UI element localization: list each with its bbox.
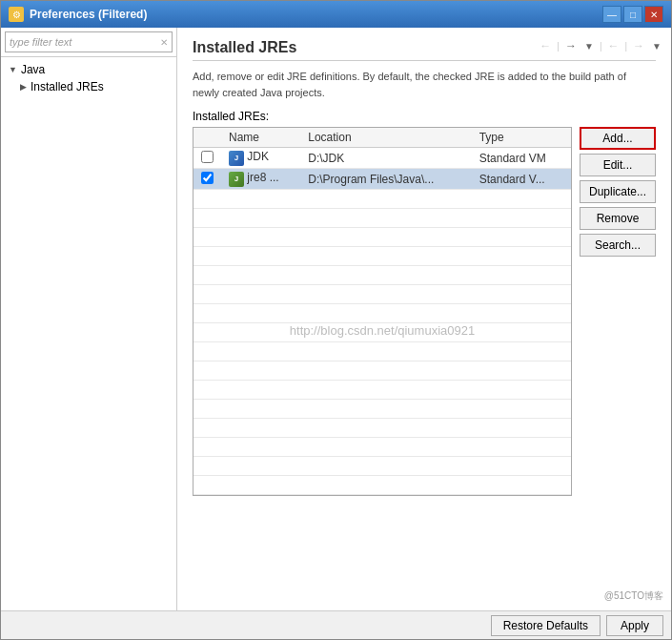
duplicate-button[interactable]: Duplicate...	[580, 180, 656, 203]
minimize-button[interactable]: —	[602, 6, 621, 23]
forward-arrow[interactable]: →	[561, 37, 580, 54]
empty-row	[193, 381, 571, 400]
bottom-bar: Restore Defaults Apply	[1, 610, 671, 639]
nav-area: ← | → ▼ | ← | → ▼	[536, 37, 662, 54]
tree-area: ▼ Java ▶ Installed JREs	[1, 57, 176, 610]
col-location-header: Location	[300, 128, 471, 148]
empty-row	[193, 476, 571, 495]
empty-row	[193, 323, 571, 342]
nav-separator2: |	[624, 41, 627, 52]
bottom-buttons: Restore Defaults Apply	[491, 615, 663, 636]
tree-expand-arrow: ▼	[9, 65, 17, 74]
jre-table: Name Location Type	[193, 128, 571, 495]
nav-separator: |	[557, 41, 560, 52]
jre-table-container: Name Location Type	[193, 127, 572, 496]
table-buttons-area: Name Location Type	[193, 127, 656, 496]
window-title: Preferences (Filtered)	[30, 8, 147, 21]
title-bar: ⚙ Preferences (Filtered) — □ ✕	[1, 1, 671, 28]
sidebar: type filter text ✕ ▼ Java ▶ Installed JR…	[1, 28, 177, 610]
copyright: @51CTO博客	[604, 589, 663, 603]
empty-row	[193, 190, 571, 209]
jdk-icon: J	[229, 151, 244, 166]
sidebar-java-label: Java	[21, 63, 45, 76]
sidebar-installed-jres-label: Installed JREs	[31, 80, 104, 93]
filter-container: type filter text ✕	[1, 28, 176, 57]
tree-child-arrow: ▶	[20, 82, 27, 92]
installed-jres-label: Installed JREs:	[193, 110, 656, 123]
row1-name: J JDK	[221, 148, 300, 169]
row1-location: D:\JDK	[300, 148, 471, 169]
row1-type: Standard VM	[472, 148, 571, 169]
empty-row	[193, 247, 571, 266]
table-body: J JDK D:\JDK Standard VM	[193, 148, 571, 495]
main-panel: ← | → ▼ | ← | → ▼ Installed JREs Add, re…	[177, 28, 671, 610]
row2-location: D:\Program Files\Java\...	[300, 169, 471, 190]
table-header: Name Location Type	[193, 128, 571, 148]
empty-row	[193, 209, 571, 228]
empty-row	[193, 419, 571, 438]
empty-row	[193, 438, 571, 457]
empty-row	[193, 361, 571, 381]
restore-defaults-button[interactable]: Restore Defaults	[491, 615, 601, 636]
title-controls: — □ ✕	[602, 6, 663, 23]
row2-checkbox-cell[interactable]	[193, 169, 221, 190]
back-arrow[interactable]: ←	[536, 37, 555, 54]
filter-clear-icon[interactable]: ✕	[160, 37, 168, 48]
title-bar-left: ⚙ Preferences (Filtered)	[9, 7, 147, 22]
forward-arrow2[interactable]: →	[629, 37, 648, 54]
sidebar-item-java[interactable]: ▼ Java	[1, 61, 176, 78]
close-button[interactable]: ✕	[644, 6, 663, 23]
filter-input-box[interactable]: type filter text ✕	[5, 31, 173, 52]
row1-checkbox[interactable]	[201, 151, 214, 163]
table-row[interactable]: J JDK D:\JDK Standard VM	[193, 148, 571, 169]
sidebar-item-installed-jres[interactable]: ▶ Installed JREs	[1, 78, 176, 95]
add-button[interactable]: Add...	[580, 127, 656, 150]
col-checkbox	[193, 128, 221, 148]
empty-row	[193, 342, 571, 361]
back-arrow2[interactable]: ←	[603, 37, 622, 54]
maximize-button[interactable]: □	[623, 6, 642, 23]
empty-row	[193, 228, 571, 247]
table-row[interactable]: J jre8 ... D:\Program Files\Java\... Sta…	[193, 169, 571, 190]
nav-dropdown[interactable]: ▼	[584, 41, 594, 52]
jre-icon: J	[229, 172, 244, 187]
remove-button[interactable]: Remove	[580, 207, 656, 230]
apply-button[interactable]: Apply	[606, 615, 663, 636]
col-type-header: Type	[472, 128, 571, 148]
filter-placeholder: type filter text	[10, 36, 71, 48]
empty-row	[193, 266, 571, 285]
nav-dropdown2[interactable]: ▼	[652, 41, 662, 52]
empty-row	[193, 304, 571, 323]
empty-row	[193, 457, 571, 476]
panel-description: Add, remove or edit JRE definitions. By …	[193, 69, 656, 100]
empty-row	[193, 285, 571, 304]
content-area: type filter text ✕ ▼ Java ▶ Installed JR…	[1, 28, 671, 610]
edit-button[interactable]: Edit...	[580, 154, 656, 176]
nav-sep2: |	[600, 41, 602, 52]
window-icon: ⚙	[9, 7, 24, 22]
row1-checkbox-cell[interactable]	[193, 148, 221, 169]
table-wrapper: Name Location Type	[193, 127, 572, 496]
row2-type: Standard V...	[472, 169, 571, 190]
row2-checkbox[interactable]	[201, 172, 214, 184]
empty-row	[193, 400, 571, 419]
action-buttons-panel: Add... Edit... Duplicate... Remove Searc…	[580, 127, 656, 257]
table-header-row: Name Location Type	[193, 128, 571, 148]
preferences-window: ⚙ Preferences (Filtered) — □ ✕ type filt…	[0, 0, 672, 640]
row2-name: J jre8 ...	[221, 169, 300, 190]
col-name-header: Name	[221, 128, 300, 148]
search-button[interactable]: Search...	[580, 234, 656, 257]
